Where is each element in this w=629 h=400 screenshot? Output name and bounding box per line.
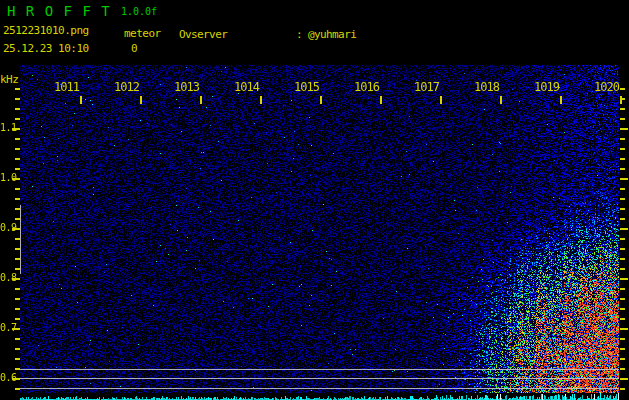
freq-range-marker xyxy=(20,205,21,274)
info-separator: : xyxy=(296,28,306,41)
freq-tick-left xyxy=(15,148,20,150)
freq-axis-unit: kHz xyxy=(0,73,18,86)
meteor-count: 0 xyxy=(131,42,138,55)
freq-tick-right xyxy=(620,278,628,280)
freq-tick-left xyxy=(15,118,20,120)
freq-tick-right xyxy=(620,348,625,350)
freq-tick-right xyxy=(620,228,628,230)
carrier-marker-line-lower xyxy=(20,388,619,389)
freq-tick-left xyxy=(15,348,20,350)
spectrogram-canvas xyxy=(20,65,619,393)
freq-tick-left xyxy=(15,338,20,340)
mode-label: meteor xyxy=(124,27,161,40)
freq-tick-left xyxy=(15,368,20,370)
info-row-observer: Ovserver:@yuhmari xyxy=(179,28,555,41)
datetime-label: 25.12.23 10:10 xyxy=(3,42,89,55)
freq-tick-left xyxy=(15,288,20,290)
time-label-1019: 1019 xyxy=(534,81,559,93)
freq-tick-right xyxy=(620,358,625,360)
time-tick xyxy=(260,96,262,104)
signal-level-meter xyxy=(20,393,619,400)
time-tick xyxy=(200,96,202,104)
app-title: H R O F F T xyxy=(7,3,111,19)
time-label-1012: 1012 xyxy=(114,81,139,93)
freq-tick-right xyxy=(620,388,625,390)
freq-tick-left xyxy=(12,328,20,330)
freq-tick-left xyxy=(15,358,20,360)
time-label-1017: 1017 xyxy=(414,81,439,93)
carrier-marker-line-upper xyxy=(20,369,619,370)
freq-tick-right xyxy=(620,158,625,160)
time-tick xyxy=(500,96,502,104)
time-tick xyxy=(320,96,322,104)
freq-tick-right xyxy=(620,238,625,240)
app-version: 1.0.0f xyxy=(121,6,157,17)
freq-tick-left xyxy=(12,128,20,130)
freq-tick-right xyxy=(620,268,625,270)
freq-tick-left xyxy=(12,228,20,230)
freq-tick-left xyxy=(15,268,20,270)
time-tick xyxy=(620,96,622,104)
freq-tick-left xyxy=(15,198,20,200)
freq-tick-right xyxy=(620,178,628,180)
freq-tick-right xyxy=(620,248,625,250)
freq-tick-right xyxy=(620,308,625,310)
time-label-1011: 1011 xyxy=(54,81,79,93)
freq-tick-right xyxy=(620,318,625,320)
time-tick xyxy=(140,96,142,104)
freq-tick-left xyxy=(12,178,20,180)
time-label-1016: 1016 xyxy=(354,81,379,93)
freq-tick-left xyxy=(15,208,20,210)
freq-tick-left xyxy=(12,378,20,380)
time-label-1013: 1013 xyxy=(174,81,199,93)
freq-tick-right xyxy=(620,288,625,290)
freq-tick-left xyxy=(15,168,20,170)
time-tick xyxy=(80,96,82,104)
info-label: Ovserver xyxy=(179,28,296,41)
freq-tick-left xyxy=(15,108,20,110)
freq-tick-right xyxy=(620,198,625,200)
freq-tick-left xyxy=(15,308,20,310)
freq-tick-left xyxy=(15,258,20,260)
freq-tick-right xyxy=(620,378,628,380)
freq-tick-left xyxy=(12,278,20,280)
freq-tick-left xyxy=(15,188,20,190)
freq-tick-right xyxy=(620,148,625,150)
freq-tick-right xyxy=(620,338,625,340)
freq-tick-right xyxy=(620,368,625,370)
freq-tick-right xyxy=(620,128,628,130)
freq-tick-left xyxy=(15,238,20,240)
freq-tick-left xyxy=(15,138,20,140)
time-tick xyxy=(380,96,382,104)
freq-tick-left xyxy=(15,388,20,390)
freq-tick-right xyxy=(620,168,625,170)
freq-tick-right xyxy=(620,138,625,140)
time-label-1020: 1020 xyxy=(594,81,619,93)
freq-tick-left xyxy=(15,98,20,100)
freq-tick-right xyxy=(620,108,625,110)
freq-tick-left xyxy=(15,248,20,250)
freq-tick-left xyxy=(15,158,20,160)
freq-tick-right xyxy=(620,208,625,210)
time-tick xyxy=(440,96,442,104)
freq-tick-left xyxy=(15,88,20,90)
time-tick xyxy=(560,96,562,104)
info-value: @yuhmari xyxy=(308,28,356,41)
freq-tick-left xyxy=(15,298,20,300)
freq-tick-left xyxy=(15,318,20,320)
time-label-1018: 1018 xyxy=(474,81,499,93)
freq-tick-left xyxy=(15,218,20,220)
freq-tick-right xyxy=(620,188,625,190)
freq-tick-right xyxy=(620,258,625,260)
freq-tick-right xyxy=(620,88,625,90)
hrofft-screen: H R O F F T 1.0.0f 2512231010.png meteor… xyxy=(0,0,629,400)
freq-tick-right xyxy=(620,218,625,220)
time-label-1014: 1014 xyxy=(234,81,259,93)
output-filename: 2512231010.png xyxy=(3,24,89,37)
time-label-1015: 1015 xyxy=(294,81,319,93)
freq-tick-right xyxy=(620,118,625,120)
freq-tick-right xyxy=(620,328,628,330)
carrier-marker-line-center xyxy=(20,378,619,379)
freq-tick-right xyxy=(620,298,625,300)
